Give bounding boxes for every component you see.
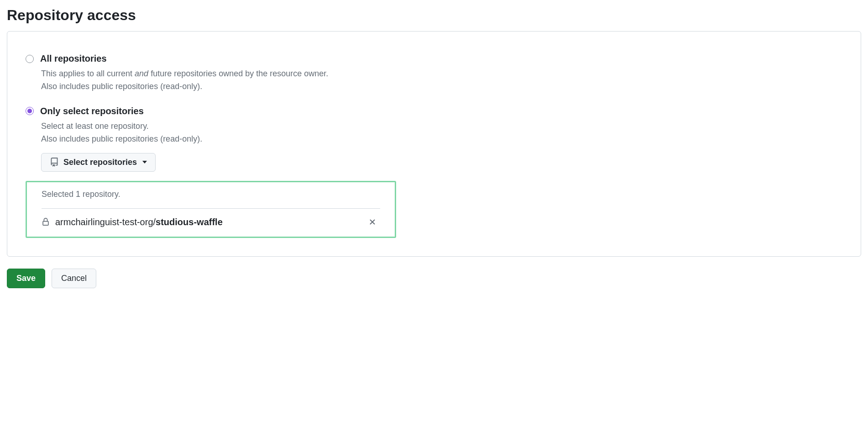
select-repositories-button-label: Select repositories [63, 158, 137, 167]
select-desc-line1: Select at least one repository. [41, 121, 149, 131]
option-all-label: All repositories [40, 53, 107, 64]
repo-icon [50, 158, 59, 167]
cancel-button[interactable]: Cancel [52, 269, 96, 288]
all-desc-line1-em: and [135, 69, 148, 78]
radio-select-repositories[interactable] [26, 107, 34, 115]
remove-repo-button[interactable] [368, 218, 376, 226]
selected-summary: Selected 1 repository. [42, 190, 380, 199]
select-repositories-button[interactable]: Select repositories [41, 153, 156, 172]
all-desc-line1-b: future repositories owned by the resourc… [148, 69, 328, 78]
option-select-repositories: Only select repositories Select at least… [26, 106, 842, 238]
lock-icon [42, 217, 50, 227]
radio-selected-dot [27, 109, 32, 113]
radio-all-repositories[interactable] [26, 55, 34, 63]
selected-repo-name: studious-waffle [156, 217, 223, 227]
select-desc-line2: Also includes public repositories (read-… [41, 134, 202, 143]
selected-repositories-box: Selected 1 repository. armchairlinguist-… [26, 181, 396, 238]
all-desc-line1-a: This applies to all current [41, 69, 135, 78]
option-select-label: Only select repositories [40, 106, 144, 116]
selected-repo-owner: armchairlinguist-test-org/ [55, 217, 156, 227]
caret-down-icon [142, 161, 147, 164]
action-buttons-row: Save Cancel [7, 269, 861, 288]
option-select-description: Select at least one repository. Also inc… [41, 120, 842, 146]
option-all-repositories: All repositories This applies to all cur… [26, 53, 842, 93]
selected-repo-text: armchairlinguist-test-org/studious-waffl… [55, 217, 363, 227]
all-desc-line2: Also includes public repositories (read-… [41, 82, 202, 91]
selected-separator [42, 208, 380, 209]
save-button[interactable]: Save [7, 269, 45, 288]
repository-access-panel: All repositories This applies to all cur… [7, 31, 861, 257]
selected-repo-row: armchairlinguist-test-org/studious-waffl… [42, 217, 380, 227]
page-title: Repository access [7, 7, 861, 24]
option-all-description: This applies to all current and future r… [41, 68, 842, 93]
